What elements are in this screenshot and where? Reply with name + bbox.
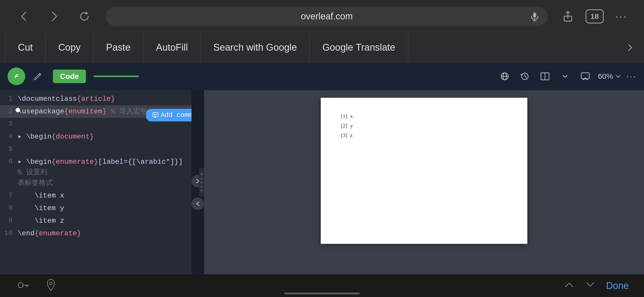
editor-line-6: 6 ▸ \begin{enumerate}[label={[\arabic*]}…	[0, 156, 191, 189]
svg-rect-13	[153, 113, 158, 117]
pdf-list-item-2: [2] y	[341, 122, 507, 129]
cut-menu-item[interactable]: Cut	[5, 33, 46, 62]
tab-count-button[interactable]: 18	[586, 9, 604, 23]
svg-line-5	[39, 74, 40, 75]
editor-line-4: 4 ▸ \begin{document}	[0, 130, 191, 143]
chat-icon[interactable]	[578, 69, 593, 84]
back-button[interactable]	[15, 8, 33, 25]
drag-handle[interactable]	[199, 168, 204, 196]
autofill-menu-item[interactable]: AutoFill	[143, 33, 201, 62]
layout-icon[interactable]	[537, 69, 553, 84]
editor-line-9: 9 \item z	[0, 215, 191, 227]
add-comment-button[interactable]: Add comment	[146, 109, 191, 121]
browser-bar: overleaf.com 18 ···	[0, 0, 644, 33]
url-text: overleaf.com	[301, 11, 353, 22]
copy-menu-item[interactable]: Copy	[46, 33, 93, 62]
pdf-preview: [1] x [2] y [3] z	[204, 90, 644, 274]
pdf-list-item-1: [1] x	[341, 113, 507, 119]
code-button[interactable]: Code	[53, 70, 86, 83]
expand-left-button[interactable]	[191, 197, 204, 210]
bottom-right: Done	[564, 279, 629, 292]
location-icon[interactable]	[45, 278, 56, 293]
overleaf-logo[interactable]	[8, 68, 25, 85]
pdf-page: [1] x [2] y [3] z	[321, 98, 527, 244]
bottom-left	[15, 278, 56, 293]
more-options-button[interactable]: ···	[614, 9, 629, 24]
share-button[interactable]	[560, 9, 575, 24]
context-menu-bar: Cut Copy Paste AutoFill Search with Goog…	[0, 33, 644, 62]
editor-line-10: 10 \end{enumerate}	[0, 227, 191, 240]
editor-line-5: 5	[0, 143, 191, 156]
nav-down-button[interactable]	[585, 279, 596, 292]
editor-line-2: 2 \usepackage{enumitem} % 导入宏包 Add comme…	[0, 105, 191, 118]
microphone-icon[interactable]	[529, 11, 540, 22]
chevron-down-icon[interactable]	[558, 69, 573, 84]
home-indicator	[284, 292, 360, 294]
svg-rect-0	[533, 13, 536, 18]
editor-line-7: 7 \item x	[0, 189, 191, 202]
reload-button[interactable]	[76, 8, 93, 25]
browser-actions: 18 ···	[560, 9, 629, 24]
svg-point-20	[50, 282, 52, 285]
editor-content[interactable]: 1 \documentclass{article} 2 \usepackage{…	[0, 90, 191, 242]
nav-up-button[interactable]	[564, 279, 575, 292]
editor-line-8: 8 \item y	[0, 202, 191, 215]
editor-separator	[191, 90, 204, 274]
history-icon[interactable]	[517, 69, 532, 84]
context-menu-more-arrow[interactable]	[621, 39, 639, 56]
paste-menu-item[interactable]: Paste	[93, 33, 143, 62]
edit-icon[interactable]	[30, 69, 45, 84]
zoom-control[interactable]: 60%	[598, 72, 621, 81]
pdf-list-item-3: [3] z	[341, 132, 507, 139]
google-translate-menu-item[interactable]: Google Translate	[310, 33, 408, 62]
password-icon[interactable]	[15, 280, 30, 292]
main-content: 1 \documentclass{article} 2 \usepackage{…	[0, 90, 644, 274]
search-google-menu-item[interactable]: Search with Google	[201, 33, 310, 62]
done-button[interactable]: Done	[606, 280, 629, 291]
address-bar[interactable]: overleaf.com	[106, 7, 548, 26]
toolbar-more-button[interactable]: ···	[626, 71, 636, 82]
toolbar-right: 60% ···	[497, 69, 636, 84]
code-editor: 1 \documentclass{article} 2 \usepackage{…	[0, 90, 191, 274]
forward-button[interactable]	[45, 8, 63, 25]
overleaf-toolbar: Code	[0, 62, 644, 90]
globe-icon[interactable]	[497, 69, 512, 84]
editor-line-1: 1 \documentclass{article}	[0, 93, 191, 105]
